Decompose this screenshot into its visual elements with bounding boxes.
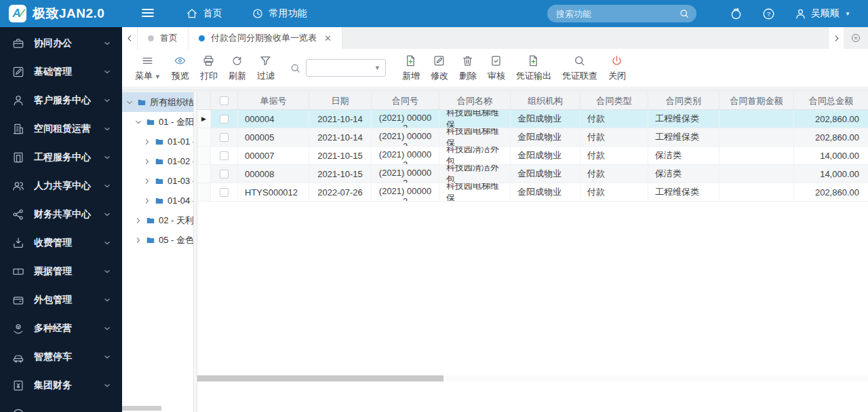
tab-scroll-left-button[interactable]: [122, 27, 138, 49]
tree-item-1[interactable]: 01 - 金阳成: [122, 112, 193, 132]
sidebar-item-4[interactable]: 工程服务中心: [0, 143, 122, 172]
sidebar-item-11[interactable]: 智慧停车: [0, 343, 122, 371]
select-all-checkbox[interactable]: [220, 96, 229, 105]
row-checkbox[interactable]: [220, 188, 229, 197]
caret-collapsed-icon[interactable]: [143, 177, 151, 185]
toolbar-button-edit[interactable]: 修改: [425, 54, 454, 82]
table-cell-value: (2021) 000002: [379, 149, 431, 164]
caret-expanded-icon[interactable]: [134, 118, 142, 126]
table-row[interactable]: 0000052021-10-14(2021) 000002科技园电梯维保金阳成物…: [197, 128, 868, 147]
row-checkbox[interactable]: [220, 133, 229, 142]
tree-item-4[interactable]: 01-03 -: [122, 171, 193, 191]
close-all-tabs-button[interactable]: [844, 27, 868, 49]
toolbar-button-menu[interactable]: 菜单▼: [130, 54, 166, 82]
table-row[interactable]: 0000072021-10-15(2021) 000002科技园清洁外包金阳成物…: [197, 147, 868, 165]
table-cell: [719, 128, 794, 146]
table-row[interactable]: ▶0000042021-10-14(2021) 000002科技园电梯维保金阳成…: [197, 110, 868, 128]
global-search[interactable]: [547, 5, 696, 22]
top-nav-item-0[interactable]: 首页: [186, 7, 222, 20]
toolbar-button-eye[interactable]: 预览: [166, 54, 195, 82]
caret-collapsed-icon[interactable]: [134, 236, 142, 244]
grid-column-header-0[interactable]: 单据号: [238, 92, 309, 109]
tab-close-icon[interactable]: ✕: [324, 33, 332, 43]
toolbar-button-file-plus[interactable]: 凭证输出: [511, 54, 557, 82]
table-cell-value: 保洁类: [655, 168, 682, 180]
caret-collapsed-icon[interactable]: [143, 138, 151, 146]
toolbar-filter-select[interactable]: ▼: [306, 59, 386, 77]
tree-item-6[interactable]: 02 - 天利: [122, 210, 193, 230]
caret-collapsed-icon[interactable]: [143, 197, 151, 205]
global-search-input[interactable]: [556, 9, 679, 19]
sidebar-item-8[interactable]: 票据管理: [0, 257, 122, 286]
toolbar-button-filter[interactable]: 过滤: [252, 54, 280, 82]
grid-column-header-1[interactable]: 日期: [309, 92, 372, 109]
tree-item-7[interactable]: 05 - 金色: [122, 230, 193, 250]
grid-column-header-4[interactable]: 组织机构: [511, 92, 580, 109]
grid-column-header-2[interactable]: 合同号: [372, 92, 439, 109]
sidebar-item-1[interactable]: 基础管理: [0, 58, 122, 86]
sidebar-item-2[interactable]: 客户服务中心: [0, 86, 122, 115]
caret-collapsed-icon[interactable]: [143, 157, 151, 166]
hamburger-menu-icon[interactable]: [140, 5, 156, 23]
table-cell-value: 科技园清洁外包: [446, 165, 503, 183]
toolbar-button-search[interactable]: 凭证联查: [557, 54, 603, 82]
tree-item-0[interactable]: 所有组织结构: [122, 92, 193, 112]
row-checkbox[interactable]: [220, 151, 229, 160]
sidebar-item-6[interactable]: 财务共享中心: [0, 200, 122, 229]
sidebar-item-10[interactable]: 多种经营: [0, 314, 122, 343]
caret-expanded-icon[interactable]: [125, 98, 134, 107]
toolbar-button-printer[interactable]: 打印: [195, 54, 223, 82]
toolbar-button-text: 审核: [488, 71, 505, 81]
caret-collapsed-icon[interactable]: [134, 217, 142, 225]
tree-item-2[interactable]: 01-01 -: [122, 132, 193, 151]
grid-column-header-6[interactable]: 合同类别: [648, 92, 719, 109]
top-nav-item-1[interactable]: 常用功能: [252, 7, 307, 20]
toolbar-button-label: 审核: [488, 70, 505, 82]
table-row[interactable]: HTYS0000122022-07-26(2021) 000002科技园电梯维保…: [197, 183, 868, 202]
chevron-down-icon: ▼: [155, 73, 161, 80]
row-checkbox[interactable]: [220, 170, 229, 179]
table-row[interactable]: 0000082021-10-15(2021) 000002科技园清洁外包金阳成物…: [197, 165, 868, 183]
tree-horizontal-scrollbar: [122, 406, 193, 411]
toolbar-button-trash[interactable]: 删除: [454, 54, 482, 82]
sidebar-item-12[interactable]: 集团财务: [0, 371, 122, 400]
table-cell-value: 2021-10-15: [317, 169, 363, 179]
toolbar-button-file-plus[interactable]: 新增: [397, 54, 425, 82]
sidebar-item-3[interactable]: 空间租赁运营: [0, 115, 122, 143]
tree-item-5[interactable]: 01-04 -: [122, 191, 193, 210]
grid-column-header-5[interactable]: 合同类型: [580, 92, 648, 109]
tree-item-3[interactable]: 01-02 -: [122, 151, 193, 171]
help-icon[interactable]: ?: [762, 7, 776, 21]
tree-item-label: 所有组织结构: [150, 96, 193, 109]
sidebar-item-5[interactable]: 人力共享中心: [0, 172, 122, 200]
chevron-down-icon: [103, 267, 111, 276]
sidebar-item-9[interactable]: 外包管理: [0, 286, 122, 314]
row-checkbox[interactable]: [220, 115, 229, 124]
svg-text:?: ?: [767, 10, 770, 18]
table-cell: HTYS000012: [238, 183, 309, 201]
search-icon[interactable]: [679, 8, 690, 19]
user-menu[interactable]: 吴顺顺 ▼: [794, 7, 850, 20]
row-marker-cell: ▶: [197, 110, 211, 128]
folder-icon: [145, 216, 156, 225]
grid-column-header-label: 合同首期金额: [730, 95, 783, 107]
tab-0[interactable]: 首页: [138, 27, 189, 49]
tree-scrollbar-thumb[interactable]: [122, 406, 161, 411]
toolbar-button-clipboard-check[interactable]: 审核: [482, 54, 511, 82]
grid-scrollbar-thumb[interactable]: [197, 375, 443, 381]
grid-column-header-7[interactable]: 合同首期金额: [719, 92, 794, 109]
clipboard-check-icon: [490, 54, 502, 67]
toolbar-button-label: 预览: [172, 70, 189, 82]
sidebar-item-0[interactable]: 协同办公: [0, 29, 122, 58]
theme-icon[interactable]: [729, 7, 743, 21]
tab-1[interactable]: 付款合同分期验收单一览表✕: [189, 27, 342, 49]
toolbar-button-power[interactable]: 关闭: [603, 54, 631, 82]
sidebar-item-7[interactable]: 收费管理: [0, 229, 122, 257]
sidebar-item-13[interactable]: [0, 400, 122, 412]
tab-scroll-right-button[interactable]: [828, 27, 844, 49]
grid-column-header-8[interactable]: 合同总金额: [794, 92, 868, 109]
grid-column-header-3[interactable]: 合同名称: [439, 92, 511, 109]
sidebar-item-label: 收费管理: [34, 237, 103, 249]
table-cell-value: 14,000.00: [820, 169, 859, 179]
toolbar-button-refresh[interactable]: 刷新: [223, 54, 252, 82]
